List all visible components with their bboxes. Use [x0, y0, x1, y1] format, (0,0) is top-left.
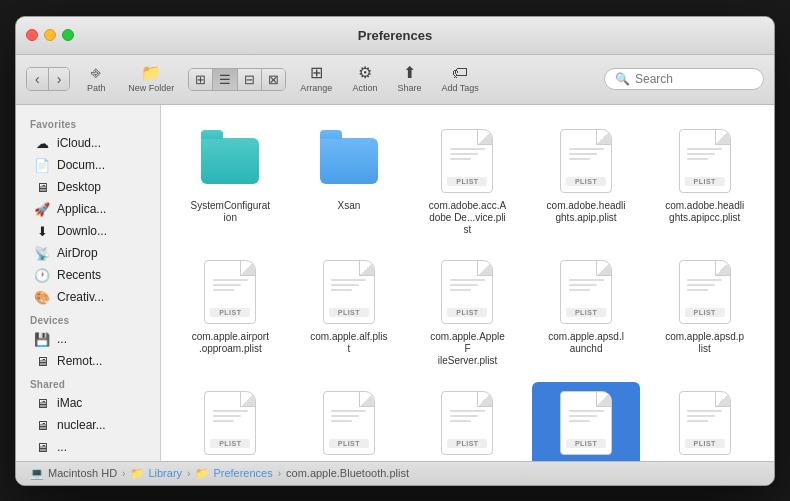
file-label: com.adobe.headlights.apipcc.plist — [665, 200, 744, 224]
finder-window: Preferences ‹ › ⎆ Path 📁 New Folder ⊞ ☰ … — [15, 16, 775, 486]
crumb-macintosh-hd-label: Macintosh HD — [48, 467, 117, 479]
file-item-f1[interactable]: SystemConfiguration — [176, 120, 285, 241]
sidebar-item-recents[interactable]: 🕐 Recents — [20, 265, 156, 286]
add-tags-label: Add Tags — [441, 83, 478, 93]
path-label: Path — [87, 83, 106, 93]
desktop-icon: 🖥 — [34, 180, 50, 195]
preferences-icon: 📁 — [195, 467, 209, 480]
add-tags-button[interactable]: 🏷 Add Tags — [435, 62, 484, 96]
crumb-library[interactable]: 📁 Library — [130, 467, 182, 480]
breadcrumb: 💻 Macintosh HD › 📁 Library › 📁 Preferenc… — [30, 467, 409, 480]
sidebar-item-imac[interactable]: 🖥 iMac — [20, 393, 156, 414]
maximize-button[interactable] — [62, 29, 74, 41]
search-box[interactable]: 🔍 — [604, 68, 764, 90]
sidebar-item-desktop-label: Desktop — [57, 180, 101, 194]
sidebar-item-documents[interactable]: 📄 Docum... — [20, 155, 156, 176]
toolbar: ‹ › ⎆ Path 📁 New Folder ⊞ ☰ ⊟ ⊠ ⊞ Arrang… — [16, 55, 774, 105]
sidebar-item-nuclear-label: nuclear... — [57, 418, 106, 432]
file-item-f9[interactable]: PLIST com.apple.apsd.launchd — [532, 251, 641, 372]
forward-button[interactable]: › — [49, 68, 70, 90]
share-label: Share — [397, 83, 421, 93]
sidebar-item-shared3[interactable]: 🖥 ... — [20, 437, 156, 458]
breadcrumb-sep-1: › — [122, 468, 125, 479]
file-label: com.apple.apsd.launchd — [548, 331, 624, 355]
file-item-f13[interactable]: PLIST com.apple.BezelServices.plist — [413, 382, 522, 461]
sidebar-item-downloads-label: Downlo... — [57, 224, 107, 238]
file-item-f11[interactable]: PLIST com.apple.ARDAgent.plist — [176, 382, 285, 461]
imac-icon: 🖥 — [34, 396, 50, 411]
sidebar-item-downloads[interactable]: ⬇ Downlo... — [20, 221, 156, 242]
crumb-macintosh-hd[interactable]: 💻 Macintosh HD — [30, 467, 117, 480]
sidebar-item-applications[interactable]: 🚀 Applica... — [20, 199, 156, 220]
arrange-button[interactable]: ⊞ Arrange — [294, 62, 338, 96]
crumb-preferences[interactable]: 📁 Preferences — [195, 467, 272, 480]
plist-icon: PLIST — [319, 256, 379, 328]
crumb-bluetooth-label: com.apple.Bluetooth.plist — [286, 467, 409, 479]
file-item-f5[interactable]: PLIST com.adobe.headlights.apipcc.plist — [650, 120, 759, 241]
search-input[interactable] — [635, 72, 753, 86]
minimize-button[interactable] — [44, 29, 56, 41]
new-folder-icon: 📁 — [141, 65, 161, 81]
file-item-f8[interactable]: PLIST com.apple.AppleFileServer.plist — [413, 251, 522, 372]
action-icon: ⚙ — [358, 65, 372, 81]
window-title: Preferences — [358, 28, 432, 43]
path-icon: ⎆ — [91, 65, 101, 81]
file-item-f6[interactable]: PLIST com.apple.airport.opproam.plist — [176, 251, 285, 372]
titlebar: Preferences — [16, 17, 774, 55]
plist-icon: PLIST — [556, 387, 616, 459]
file-item-f2[interactable]: Xsan — [295, 120, 404, 241]
close-button[interactable] — [26, 29, 38, 41]
arrange-icon: ⊞ — [310, 65, 323, 81]
sidebar-item-creative[interactable]: 🎨 Creativ... — [20, 287, 156, 308]
file-item-f7[interactable]: PLIST com.apple.alf.plist — [295, 251, 404, 372]
sidebar-item-creative-label: Creativ... — [57, 290, 104, 304]
remote-icon: 🖥 — [34, 354, 50, 369]
sidebar-section-favorites: Favorites — [16, 113, 160, 132]
traffic-lights — [26, 29, 74, 41]
sidebar-item-nuclear[interactable]: 🖥 nuclear... — [20, 415, 156, 436]
plist-icon: PLIST — [437, 387, 497, 459]
plist-icon: PLIST — [675, 125, 735, 197]
action-button[interactable]: ⚙ Action — [346, 62, 383, 96]
crumb-bluetooth[interactable]: com.apple.Bluetooth.plist — [286, 467, 409, 479]
file-item-f15[interactable]: PLIST com.apple.ByteRangeLocking.plist — [650, 382, 759, 461]
sidebar-item-disk[interactable]: 💾 ... — [20, 329, 156, 350]
macintosh-hd-icon: 💻 — [30, 467, 44, 480]
sidebar-item-remote[interactable]: 🖥 Remot... — [20, 351, 156, 372]
sidebar-section-devices: Devices — [16, 309, 160, 328]
file-item-f12[interactable]: PLIST com.apple.AssetCache.plist — [295, 382, 404, 461]
back-forward-group: ‹ › — [26, 67, 70, 91]
sidebar-section-shared: Shared — [16, 373, 160, 392]
file-label: com.apple.AppleFileServer.plist — [427, 331, 507, 367]
file-label: com.apple.airport.opproam.plist — [192, 331, 269, 355]
file-item-f14[interactable]: PLIST com.apple.Bluetooth.plist — [532, 382, 641, 461]
view-list-button[interactable]: ☰ — [213, 69, 238, 90]
documents-icon: 📄 — [34, 158, 50, 173]
folder-icon — [319, 125, 379, 197]
file-label: com.adobe.acc.Adobe De...vice.plist — [427, 200, 507, 236]
sidebar-item-shared3-label: ... — [57, 440, 67, 454]
plist-icon: PLIST — [437, 125, 497, 197]
shared3-icon: 🖥 — [34, 440, 50, 455]
sidebar-item-recents-label: Recents — [57, 268, 101, 282]
file-grid: SystemConfiguration Xsan PLIST com.adobe… — [161, 105, 774, 461]
view-group: ⊞ ☰ ⊟ ⊠ — [188, 68, 286, 91]
view-column-button[interactable]: ⊟ — [238, 69, 262, 90]
plist-icon: PLIST — [200, 387, 260, 459]
add-tags-icon: 🏷 — [452, 65, 468, 81]
sidebar-item-imac-label: iMac — [57, 396, 82, 410]
file-item-f10[interactable]: PLIST com.apple.apsd.plist — [650, 251, 759, 372]
file-label: Xsan — [337, 200, 360, 212]
file-item-f4[interactable]: PLIST com.adobe.headlights.apip.plist — [532, 120, 641, 241]
sidebar-item-desktop[interactable]: 🖥 Desktop — [20, 177, 156, 198]
view-icon-button[interactable]: ⊞ — [189, 69, 213, 90]
view-cover-button[interactable]: ⊠ — [262, 69, 285, 90]
file-item-f3[interactable]: PLIST com.adobe.acc.Adobe De...vice.plis… — [413, 120, 522, 241]
sidebar-item-airdrop[interactable]: 📡 AirDrop — [20, 243, 156, 264]
new-folder-button[interactable]: 📁 New Folder — [122, 62, 180, 96]
sidebar-item-airdrop-label: AirDrop — [57, 246, 98, 260]
share-button[interactable]: ⬆ Share — [391, 62, 427, 96]
back-button[interactable]: ‹ — [27, 68, 49, 90]
sidebar-item-icloud[interactable]: ☁ iCloud... — [20, 133, 156, 154]
path-button[interactable]: ⎆ Path — [78, 62, 114, 96]
